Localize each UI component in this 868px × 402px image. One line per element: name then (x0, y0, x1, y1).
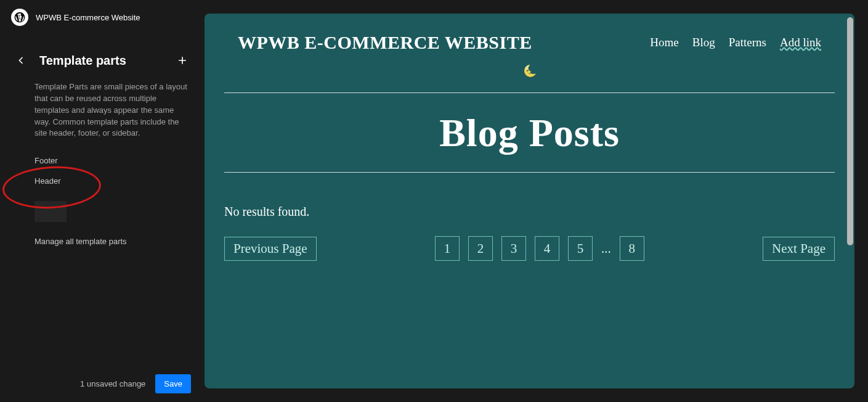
nav-patterns[interactable]: Patterns (729, 36, 766, 49)
nav-add-link[interactable]: Add link (780, 36, 821, 49)
template-part-footer[interactable]: Footer (0, 150, 203, 171)
wordpress-logo-icon[interactable] (11, 9, 28, 26)
preview-scrollbar[interactable] (847, 17, 853, 385)
sidebar-footer: 1 unsaved change Save (0, 366, 203, 402)
no-results-text: No results found. (205, 205, 854, 219)
template-part-header[interactable]: Header (0, 171, 203, 191)
pagination-prev[interactable]: Previous Page (224, 237, 317, 261)
divider-top (224, 92, 835, 93)
divider-bottom (224, 172, 835, 173)
preview-wrapper: WPWB E-COMMERCE WEBSITE Home Blog Patter… (203, 0, 868, 402)
preview-nav: Home Blog Patterns Add link (650, 36, 821, 49)
preview-header: WPWB E-COMMERCE WEBSITE Home Blog Patter… (205, 14, 854, 53)
save-button[interactable]: Save (155, 374, 191, 393)
page-1[interactable]: 1 (435, 236, 460, 261)
page-4[interactable]: 4 (535, 236, 559, 261)
section-description: Template Parts are small pieces of a lay… (0, 74, 203, 150)
page-ellipsis: ... (601, 241, 611, 256)
nav-home[interactable]: Home (650, 36, 678, 49)
site-preview[interactable]: WPWB E-COMMERCE WEBSITE Home Blog Patter… (205, 14, 854, 388)
pagination-next[interactable]: Next Page (763, 237, 835, 261)
unsaved-changes-text: 1 unsaved change (80, 379, 145, 388)
nav-blog[interactable]: Blog (692, 36, 715, 49)
site-name[interactable]: WPWB E-commerce Website (36, 13, 140, 22)
dark-mode-icon[interactable]: 🌜 (205, 64, 854, 78)
page-3[interactable]: 3 (501, 236, 526, 261)
template-part-list: Footer Header (0, 150, 203, 191)
sidebar-topbar: WPWB E-commerce Website (0, 0, 203, 35)
page-heading: Blog Posts (205, 110, 854, 156)
preview-scrollbar-thumb[interactable] (847, 17, 853, 245)
back-button[interactable] (14, 53, 28, 68)
pagination-pages: 1 2 3 4 5 ... 8 (435, 236, 644, 261)
section-header: Template parts (0, 35, 203, 74)
page-5[interactable]: 5 (568, 236, 593, 261)
editor-sidebar: WPWB E-commerce Website Template parts T… (0, 0, 203, 402)
placeholder-block (34, 201, 67, 222)
section-title: Template parts (39, 54, 126, 68)
manage-all-link[interactable]: Manage all template parts (0, 232, 203, 251)
pagination: Previous Page 1 2 3 4 5 ... 8 Next Page (205, 219, 854, 261)
preview-site-title[interactable]: WPWB E-COMMERCE WEBSITE (238, 32, 532, 53)
add-template-part-button[interactable] (175, 53, 190, 68)
page-8[interactable]: 8 (620, 236, 644, 261)
page-2[interactable]: 2 (468, 236, 493, 261)
